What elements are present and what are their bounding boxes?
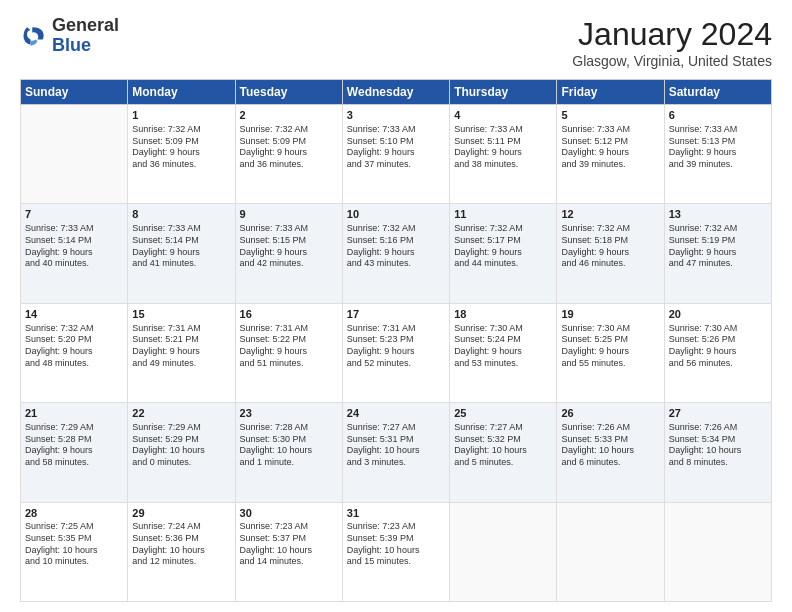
day-cell: 27Sunrise: 7:26 AM Sunset: 5:34 PM Dayli…: [664, 403, 771, 502]
col-header-saturday: Saturday: [664, 80, 771, 105]
day-number: 18: [454, 307, 552, 322]
day-cell: 31Sunrise: 7:23 AM Sunset: 5:39 PM Dayli…: [342, 502, 449, 601]
day-cell: 14Sunrise: 7:32 AM Sunset: 5:20 PM Dayli…: [21, 303, 128, 402]
day-number: 17: [347, 307, 445, 322]
day-number: 31: [347, 506, 445, 521]
header-row: SundayMondayTuesdayWednesdayThursdayFrid…: [21, 80, 772, 105]
day-info: Sunrise: 7:33 AM Sunset: 5:14 PM Dayligh…: [25, 223, 123, 270]
day-info: Sunrise: 7:31 AM Sunset: 5:21 PM Dayligh…: [132, 323, 230, 370]
day-cell: 30Sunrise: 7:23 AM Sunset: 5:37 PM Dayli…: [235, 502, 342, 601]
day-cell: 24Sunrise: 7:27 AM Sunset: 5:31 PM Dayli…: [342, 403, 449, 502]
day-number: 26: [561, 406, 659, 421]
day-number: 29: [132, 506, 230, 521]
day-number: 21: [25, 406, 123, 421]
col-header-sunday: Sunday: [21, 80, 128, 105]
day-number: 10: [347, 207, 445, 222]
day-info: Sunrise: 7:23 AM Sunset: 5:39 PM Dayligh…: [347, 521, 445, 568]
location: Glasgow, Virginia, United States: [572, 53, 772, 69]
day-info: Sunrise: 7:33 AM Sunset: 5:13 PM Dayligh…: [669, 124, 767, 171]
day-number: 14: [25, 307, 123, 322]
day-number: 4: [454, 108, 552, 123]
day-info: Sunrise: 7:33 AM Sunset: 5:12 PM Dayligh…: [561, 124, 659, 171]
day-number: 15: [132, 307, 230, 322]
day-cell: [664, 502, 771, 601]
day-cell: 6Sunrise: 7:33 AM Sunset: 5:13 PM Daylig…: [664, 105, 771, 204]
day-info: Sunrise: 7:29 AM Sunset: 5:29 PM Dayligh…: [132, 422, 230, 469]
day-number: 30: [240, 506, 338, 521]
day-number: 2: [240, 108, 338, 123]
day-info: Sunrise: 7:31 AM Sunset: 5:22 PM Dayligh…: [240, 323, 338, 370]
day-info: Sunrise: 7:32 AM Sunset: 5:09 PM Dayligh…: [240, 124, 338, 171]
day-info: Sunrise: 7:30 AM Sunset: 5:25 PM Dayligh…: [561, 323, 659, 370]
day-cell: 17Sunrise: 7:31 AM Sunset: 5:23 PM Dayli…: [342, 303, 449, 402]
day-cell: 22Sunrise: 7:29 AM Sunset: 5:29 PM Dayli…: [128, 403, 235, 502]
day-cell: [450, 502, 557, 601]
day-number: 12: [561, 207, 659, 222]
day-number: 24: [347, 406, 445, 421]
day-cell: 21Sunrise: 7:29 AM Sunset: 5:28 PM Dayli…: [21, 403, 128, 502]
day-number: 3: [347, 108, 445, 123]
day-info: Sunrise: 7:33 AM Sunset: 5:14 PM Dayligh…: [132, 223, 230, 270]
day-number: 7: [25, 207, 123, 222]
week-row-2: 14Sunrise: 7:32 AM Sunset: 5:20 PM Dayli…: [21, 303, 772, 402]
day-cell: 25Sunrise: 7:27 AM Sunset: 5:32 PM Dayli…: [450, 403, 557, 502]
month-title: January 2024: [572, 16, 772, 53]
day-info: Sunrise: 7:32 AM Sunset: 5:20 PM Dayligh…: [25, 323, 123, 370]
day-number: 22: [132, 406, 230, 421]
day-cell: 26Sunrise: 7:26 AM Sunset: 5:33 PM Dayli…: [557, 403, 664, 502]
col-header-monday: Monday: [128, 80, 235, 105]
day-info: Sunrise: 7:28 AM Sunset: 5:30 PM Dayligh…: [240, 422, 338, 469]
day-cell: 28Sunrise: 7:25 AM Sunset: 5:35 PM Dayli…: [21, 502, 128, 601]
day-number: 25: [454, 406, 552, 421]
day-info: Sunrise: 7:32 AM Sunset: 5:18 PM Dayligh…: [561, 223, 659, 270]
page: General Blue January 2024 Glasgow, Virgi…: [0, 0, 792, 612]
day-number: 20: [669, 307, 767, 322]
calendar-table: SundayMondayTuesdayWednesdayThursdayFrid…: [20, 79, 772, 602]
day-cell: 12Sunrise: 7:32 AM Sunset: 5:18 PM Dayli…: [557, 204, 664, 303]
day-cell: 16Sunrise: 7:31 AM Sunset: 5:22 PM Dayli…: [235, 303, 342, 402]
week-row-3: 21Sunrise: 7:29 AM Sunset: 5:28 PM Dayli…: [21, 403, 772, 502]
week-row-0: 1Sunrise: 7:32 AM Sunset: 5:09 PM Daylig…: [21, 105, 772, 204]
day-info: Sunrise: 7:27 AM Sunset: 5:31 PM Dayligh…: [347, 422, 445, 469]
col-header-wednesday: Wednesday: [342, 80, 449, 105]
day-cell: 8Sunrise: 7:33 AM Sunset: 5:14 PM Daylig…: [128, 204, 235, 303]
day-info: Sunrise: 7:24 AM Sunset: 5:36 PM Dayligh…: [132, 521, 230, 568]
day-cell: 3Sunrise: 7:33 AM Sunset: 5:10 PM Daylig…: [342, 105, 449, 204]
header: General Blue January 2024 Glasgow, Virgi…: [20, 16, 772, 69]
day-number: 5: [561, 108, 659, 123]
day-info: Sunrise: 7:33 AM Sunset: 5:10 PM Dayligh…: [347, 124, 445, 171]
day-cell: 23Sunrise: 7:28 AM Sunset: 5:30 PM Dayli…: [235, 403, 342, 502]
logo-icon: [20, 22, 48, 50]
logo-general: General: [52, 15, 119, 35]
day-cell: 1Sunrise: 7:32 AM Sunset: 5:09 PM Daylig…: [128, 105, 235, 204]
day-number: 19: [561, 307, 659, 322]
day-cell: [557, 502, 664, 601]
day-cell: 19Sunrise: 7:30 AM Sunset: 5:25 PM Dayli…: [557, 303, 664, 402]
day-cell: 18Sunrise: 7:30 AM Sunset: 5:24 PM Dayli…: [450, 303, 557, 402]
day-number: 23: [240, 406, 338, 421]
day-cell: [21, 105, 128, 204]
day-cell: 11Sunrise: 7:32 AM Sunset: 5:17 PM Dayli…: [450, 204, 557, 303]
day-info: Sunrise: 7:25 AM Sunset: 5:35 PM Dayligh…: [25, 521, 123, 568]
day-info: Sunrise: 7:26 AM Sunset: 5:34 PM Dayligh…: [669, 422, 767, 469]
day-cell: 4Sunrise: 7:33 AM Sunset: 5:11 PM Daylig…: [450, 105, 557, 204]
day-number: 27: [669, 406, 767, 421]
day-info: Sunrise: 7:27 AM Sunset: 5:32 PM Dayligh…: [454, 422, 552, 469]
day-cell: 2Sunrise: 7:32 AM Sunset: 5:09 PM Daylig…: [235, 105, 342, 204]
day-info: Sunrise: 7:32 AM Sunset: 5:09 PM Dayligh…: [132, 124, 230, 171]
day-number: 6: [669, 108, 767, 123]
day-number: 8: [132, 207, 230, 222]
day-cell: 5Sunrise: 7:33 AM Sunset: 5:12 PM Daylig…: [557, 105, 664, 204]
col-header-thursday: Thursday: [450, 80, 557, 105]
day-info: Sunrise: 7:30 AM Sunset: 5:26 PM Dayligh…: [669, 323, 767, 370]
day-cell: 9Sunrise: 7:33 AM Sunset: 5:15 PM Daylig…: [235, 204, 342, 303]
day-info: Sunrise: 7:29 AM Sunset: 5:28 PM Dayligh…: [25, 422, 123, 469]
day-cell: 29Sunrise: 7:24 AM Sunset: 5:36 PM Dayli…: [128, 502, 235, 601]
day-cell: 20Sunrise: 7:30 AM Sunset: 5:26 PM Dayli…: [664, 303, 771, 402]
day-info: Sunrise: 7:23 AM Sunset: 5:37 PM Dayligh…: [240, 521, 338, 568]
col-header-friday: Friday: [557, 80, 664, 105]
week-row-1: 7Sunrise: 7:33 AM Sunset: 5:14 PM Daylig…: [21, 204, 772, 303]
col-header-tuesday: Tuesday: [235, 80, 342, 105]
day-cell: 7Sunrise: 7:33 AM Sunset: 5:14 PM Daylig…: [21, 204, 128, 303]
day-number: 9: [240, 207, 338, 222]
